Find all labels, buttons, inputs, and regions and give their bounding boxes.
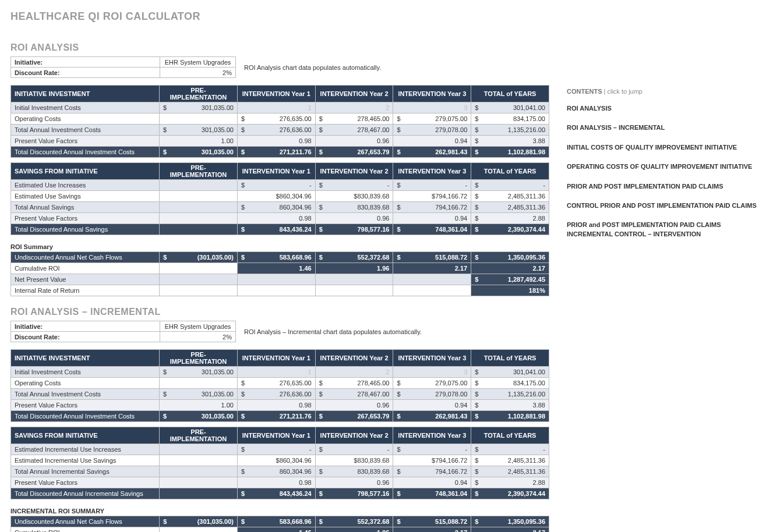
col-hdr: INTERVENTION Year 3 <box>393 350 471 367</box>
table-row: Total Annual Investment Costs $301,035.0… <box>11 125 549 136</box>
toc-link-incremental-control[interactable]: PRIOR and POST IMPLEMENTATION PAID CLAIM… <box>567 221 757 239</box>
col-hdr: INTERVENTION Year 2 <box>315 163 393 180</box>
col-hdr: INTERVENTION Year 1 <box>237 86 315 102</box>
table-row: Operating Costs $276,635.00 $278,465.00 … <box>11 114 549 125</box>
col-hdr: INTERVENTION Year 2 <box>315 86 393 102</box>
discount-value: 2% <box>160 68 236 78</box>
col-hdr: INTERVENTION Year 3 <box>393 163 471 180</box>
section-heading-incremental: ROI ANALYSIS – INCREMENTAL <box>10 307 549 317</box>
col-hdr: INTERVENTION Year 1 <box>237 427 315 444</box>
toc-link-control-prior-post[interactable]: CONTROL PRIOR AND POST IMPLEMENTATION PA… <box>567 201 757 210</box>
meta-table-1: Initiative: EHR System Upgrades Discount… <box>10 56 236 78</box>
table-row: Estimated Use Savings $860,304.96 $830,8… <box>11 191 549 202</box>
table-row: Internal Rate of Return 181% <box>11 285 549 296</box>
col-hdr: PRE-IMPLEMENTATION <box>160 350 238 367</box>
col-hdr: PRE-IMPLEMENTATION <box>160 86 238 102</box>
investment-table-1: INITIATIVE INVESTMENT PRE-IMPLEMENTATION… <box>10 85 549 158</box>
col-hdr: INTERVENTION Year 2 <box>315 427 393 444</box>
table-row: Present Value Factors 0.98 0.96 0.94 $2.… <box>11 213 549 224</box>
col-hdr: TOTAL of YEARS <box>471 350 549 367</box>
col-hdr: TOTAL of YEARS <box>471 163 549 180</box>
table-row: Total Discounted Annual Investment Costs… <box>11 147 549 158</box>
table-row: Estimated Use Increases $- $- $- $- <box>11 180 549 191</box>
section-heading-roi: ROI ANALYSIS <box>10 42 549 53</box>
col-hdr: INTERVENTION Year 1 <box>237 350 315 367</box>
table-row: Operating Costs $276,635.00 $278,465.00 … <box>11 378 549 389</box>
table-row: Total Annual Incremental Savings $860,30… <box>11 466 549 477</box>
discount-label: Discount Rate: <box>11 332 160 342</box>
table-row: Undiscounted Annual Net Cash Flows $(301… <box>11 252 549 263</box>
page-title: HEALTHCARE QI ROI CALCULATOR <box>10 10 757 23</box>
toc-link-incremental[interactable]: ROI ANALYSIS – INCREMENTAL <box>567 123 757 132</box>
initiative-value: EHR System Upgrades <box>160 57 236 68</box>
table-row: Total Annual Savings $860,304.96 $830,83… <box>11 202 549 213</box>
toc-link-prior-post[interactable]: PRIOR AND POST IMPLEMENTATION PAID CLAIM… <box>567 182 757 191</box>
toc-link-roi[interactable]: ROI ANALYSIS <box>567 104 757 113</box>
summary-table-2: Undiscounted Annual Net Cash Flows $(301… <box>10 516 549 532</box>
table-row: Total Discounted Annual Savings $843,436… <box>11 224 549 235</box>
col-hdr: PRE-IMPLEMENTATION <box>160 427 238 444</box>
meta-table-2: Initiative: EHR System Upgrades Discount… <box>10 321 236 342</box>
table-row: Present Value Factors 1.00 0.98 0.96 0.9… <box>11 136 549 147</box>
discount-label: Discount Rate: <box>11 68 160 78</box>
table-row: Total Discounted Annual Investment Costs… <box>11 411 549 422</box>
table-row: Present Value Factors 1.00 0.98 0.96 0.9… <box>11 400 549 411</box>
col-hdr: INITIATIVE INVESTMENT <box>11 86 160 102</box>
toc-link-operating-costs[interactable]: OPERATING COSTS OF QUALITY IMPROVEMENT I… <box>567 162 757 171</box>
summary-table-1: Undiscounted Annual Net Cash Flows $(301… <box>10 251 549 296</box>
table-row: Total Annual Investment Costs $301,035.0… <box>11 389 549 400</box>
investment-table-2: INITIATIVE INVESTMENT PRE-IMPLEMENTATION… <box>10 349 549 422</box>
toc-link-initial-costs[interactable]: INITIAL COSTS OF QUALITY IMPROVEMENT INI… <box>567 143 757 152</box>
table-row: Undiscounted Annual Net Cash Flows $(301… <box>11 516 549 527</box>
col-hdr: INTERVENTION Year 3 <box>393 86 471 102</box>
table-row: Cumulative ROI 1.46 1.96 2.17 2.17 <box>11 527 549 533</box>
savings-table-2: SAVINGS FROM INITIATIVE PRE-IMPLEMENTATI… <box>10 427 549 499</box>
inc-summary-hdr: INCREMENTAL ROI SUMMARY <box>10 508 549 515</box>
roi-note: ROI Analysis chart data populates automa… <box>236 64 381 71</box>
toc: ROI ANALYSIS ROI ANALYSIS – INCREMENTAL … <box>567 104 757 239</box>
initiative-value: EHR System Upgrades <box>160 321 236 332</box>
table-row: Initial Investment Costs $301,035.00 1 2… <box>11 102 549 114</box>
table-row: Estimated Incremental Use Increases $- $… <box>11 444 549 455</box>
col-hdr: INTERVENTION Year 1 <box>237 163 315 180</box>
table-row: Estimated Incremental Use Savings $860,3… <box>11 455 549 466</box>
col-hdr: TOTAL of YEARS <box>471 427 549 444</box>
table-row: Net Present Value $1,287,492.45 <box>11 274 549 285</box>
col-hdr: INTERVENTION Year 2 <box>315 350 393 367</box>
toc-header: CONTENTS | click to jump <box>567 88 757 95</box>
col-hdr: INTERVENTION Year 3 <box>393 427 471 444</box>
col-hdr: PRE-IMPLEMENTATION <box>160 163 238 180</box>
table-row: Cumulative ROI 1.46 1.96 2.17 2.17 <box>11 263 549 274</box>
roi-summary-hdr: ROI Summary <box>10 243 549 250</box>
table-row: Total Discounted Annual Incremental Savi… <box>11 488 549 499</box>
savings-table-1: SAVINGS FROM INITIATIVE PRE-IMPLEMENTATI… <box>10 162 549 235</box>
initiative-label: Initiative: <box>11 57 160 68</box>
discount-value: 2% <box>160 332 236 342</box>
col-hdr: SAVINGS FROM INITIATIVE <box>11 427 160 444</box>
incremental-note: ROI Analysis – Incremental chart data po… <box>236 328 422 335</box>
table-row: Present Value Factors 0.98 0.96 0.94 $2.… <box>11 477 549 488</box>
table-row: Initial Investment Costs $301,035.00 1 2… <box>11 367 549 378</box>
col-hdr: TOTAL of YEARS <box>471 86 549 102</box>
initiative-label: Initiative: <box>11 321 160 332</box>
col-hdr: SAVINGS FROM INITIATIVE <box>11 163 160 180</box>
col-hdr: INITIATIVE INVESTMENT <box>11 350 160 367</box>
